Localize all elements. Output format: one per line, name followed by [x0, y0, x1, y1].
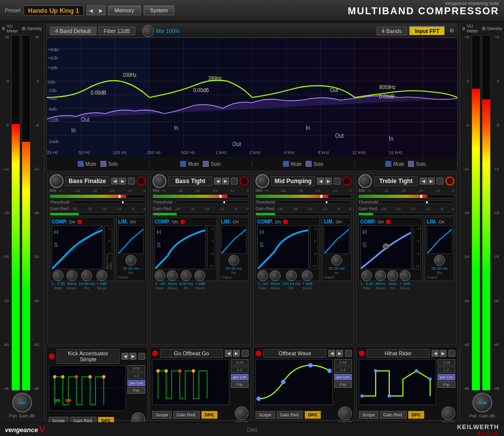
band3-expand[interactable] — [334, 178, 341, 185]
band3-attack-knob[interactable] — [270, 270, 281, 281]
band2-mix-knob[interactable] — [153, 174, 166, 188]
dyn1-timing[interactable]: 1/16 — [127, 365, 145, 372]
band4-comp-dot[interactable] — [386, 219, 391, 224]
band4-threshold-marker[interactable] — [426, 201, 428, 203]
dyn2-power[interactable] — [152, 350, 158, 356]
dyn2-x2[interactable]: x 2 — [231, 367, 249, 373]
band2-threshold-marker[interactable] — [223, 201, 225, 203]
band4-power[interactable] — [445, 177, 454, 186]
preset-prev-arrow[interactable]: ◀ — [87, 5, 95, 15]
dyn4-prev[interactable]: ◀ — [432, 350, 439, 357]
dyn4-x2[interactable]: x 2 — [438, 367, 455, 373]
band4-prev[interactable]: ◀ — [420, 178, 427, 185]
band4-lim-rls-knob[interactable] — [434, 255, 445, 266]
dyn2-expand[interactable] — [242, 350, 249, 357]
preset-next-arrow[interactable]: ▶ — [96, 5, 105, 15]
band2-solo-box[interactable] — [203, 161, 209, 167]
band2-prev[interactable]: ◀ — [214, 178, 221, 185]
band1-comp-dot[interactable] — [77, 219, 82, 224]
dyn1-flip[interactable]: Flip — [127, 387, 145, 394]
dyn4-scope-btn[interactable]: Scope — [359, 411, 378, 419]
dyn4-dpc-btn[interactable]: DPC — [408, 411, 424, 419]
dyn4-gainred-btn[interactable]: Gain Red. — [380, 411, 407, 419]
band1-next[interactable]: ▶ — [119, 178, 126, 185]
dyn3-flip[interactable]: Flip — [334, 381, 352, 388]
vu-right-knob[interactable]: -12.00 — [472, 393, 492, 412]
dyn2-flip[interactable]: Flip — [231, 381, 249, 388]
band1-lim-rls-knob[interactable] — [126, 255, 136, 266]
dyn3-pre-lim[interactable]: pre Lim — [334, 374, 352, 380]
band2-power[interactable] — [240, 177, 249, 186]
band2-threshold-slider[interactable] — [220, 195, 221, 198]
eq-mix-knob[interactable] — [142, 25, 154, 37]
eq-band-default-btn[interactable]: 4 Band Default — [50, 27, 96, 35]
band2-attack-knob[interactable] — [167, 270, 178, 281]
band1-threshold-slider[interactable] — [119, 195, 121, 198]
vu-right-density-toggle[interactable]: Density — [482, 24, 502, 33]
eq-bands-btn[interactable]: 4 Bands — [377, 27, 407, 35]
band2-rls-knob[interactable] — [181, 270, 191, 281]
band4-next[interactable]: ▶ — [428, 178, 435, 185]
system-button[interactable]: System — [144, 5, 175, 15]
dyn4-next[interactable]: ▶ — [440, 350, 446, 357]
band3-boost-knob[interactable] — [302, 270, 313, 281]
band1-attack-knob[interactable] — [66, 270, 77, 281]
dyn3-gainred-btn[interactable]: Gain Red. — [277, 411, 304, 419]
band3-threshold-marker[interactable] — [326, 201, 327, 203]
dyn3-power[interactable] — [255, 350, 261, 356]
band4-attack-knob[interactable] — [375, 270, 386, 281]
dyn4-power[interactable] — [359, 350, 365, 356]
dyn1-power[interactable] — [49, 353, 55, 359]
dyn1-expand[interactable] — [138, 353, 145, 360]
band4-solo-box[interactable] — [408, 161, 414, 167]
dyn3-prev[interactable]: ◀ — [328, 350, 335, 357]
band3-ratio-knob[interactable] — [257, 270, 268, 281]
dyn2-timing[interactable]: 1/16 — [231, 359, 249, 366]
band4-boost-knob[interactable] — [400, 270, 410, 281]
dyn4-timing[interactable]: 1/16 — [438, 359, 455, 366]
band3-solo-box[interactable] — [306, 161, 312, 167]
dyn3-x2[interactable]: x 2 — [334, 367, 352, 373]
dyn3-timing[interactable]: 1/16 — [334, 359, 352, 366]
band3-lim-rls-knob[interactable] — [331, 255, 342, 266]
dyn1-pre-lim[interactable]: pre Lim — [127, 380, 145, 386]
band1-mix-knob[interactable] — [50, 174, 63, 188]
band1-prev[interactable]: ◀ — [111, 178, 118, 185]
band1-mute-box[interactable] — [78, 161, 84, 167]
dyn3-next[interactable]: ▶ — [336, 350, 343, 357]
band4-mix-knob[interactable] — [358, 174, 372, 188]
dyn2-next[interactable]: ▶ — [233, 350, 240, 357]
band1-expand[interactable] — [128, 178, 135, 185]
band3-power[interactable] — [343, 177, 351, 186]
band2-expand[interactable] — [231, 178, 238, 185]
band4-expand[interactable] — [437, 178, 443, 185]
dyn3-strength-knob[interactable] — [338, 406, 352, 420]
band3-comp-dot[interactable] — [283, 219, 288, 224]
dyn2-prev[interactable]: ◀ — [225, 350, 232, 357]
band3-next[interactable]: ▶ — [325, 178, 332, 185]
eq-filter-btn[interactable]: Filter 12dB — [98, 27, 135, 35]
band1-boost-knob[interactable] — [96, 270, 107, 281]
eq-settings-icon[interactable]: ⚙ — [449, 28, 454, 34]
dyn2-dpc-btn[interactable]: DPC — [201, 411, 218, 419]
band1-ratio-knob[interactable] — [53, 270, 63, 281]
dyn2-pre-lim[interactable]: pre Lim — [231, 374, 249, 380]
band4-rls-knob[interactable] — [387, 270, 398, 281]
band2-ratio-knob[interactable] — [155, 270, 165, 281]
band3-prev[interactable]: ◀ — [317, 178, 324, 185]
vu-left-density-toggle[interactable]: Density — [22, 24, 42, 33]
band2-mute-box[interactable] — [180, 161, 186, 167]
dyn4-pre-lim[interactable]: pre Lim — [438, 374, 455, 380]
band1-rls-knob[interactable] — [81, 270, 92, 281]
vu-left-meter-toggle[interactable]: VU Meter — [2, 24, 22, 33]
band1-solo-box[interactable] — [100, 161, 106, 167]
band1-power[interactable] — [137, 177, 146, 186]
dyn4-flip[interactable]: Flip — [438, 381, 455, 388]
band4-ratio-knob[interactable] — [361, 270, 372, 281]
band2-boost-knob[interactable] — [194, 270, 205, 281]
vu-left-knob[interactable]: -3.67 — [12, 393, 32, 412]
dyn1-next[interactable]: ▶ — [129, 353, 136, 360]
dyn3-scope-btn[interactable]: Scope — [255, 411, 275, 419]
dyn2-strength-knob[interactable] — [235, 406, 249, 420]
band4-threshold-slider[interactable] — [420, 195, 422, 198]
